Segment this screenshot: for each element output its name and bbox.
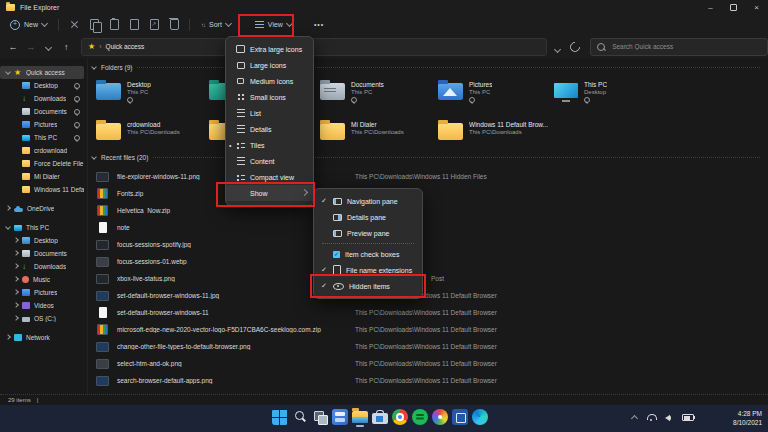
breadcrumb[interactable]: ★ › Quick access bbox=[81, 38, 547, 56]
sidebar-item-pc-documents[interactable]: Documents bbox=[0, 247, 84, 260]
search-input[interactable] bbox=[610, 42, 744, 51]
file-row[interactable]: Helvetica_Now.zip bbox=[96, 202, 760, 219]
new-button[interactable]: + New bbox=[4, 16, 53, 33]
sidebar-item-pc-pictures[interactable]: Pictures bbox=[0, 286, 84, 299]
file-row[interactable]: set-default-browser-windows-11.jpgThis P… bbox=[96, 287, 760, 304]
sidebar-item-downloads[interactable]: Downloads bbox=[0, 92, 84, 105]
chevron-down-icon[interactable] bbox=[5, 224, 11, 230]
submenu-item-navigation-pane[interactable]: ✓Navigation pane bbox=[314, 193, 422, 209]
more-options-button[interactable]: ••• bbox=[308, 16, 330, 33]
menu-item-list[interactable]: List bbox=[226, 105, 313, 121]
folder-tile-this-pc[interactable]: This PCDesktop bbox=[554, 80, 666, 103]
menu-item-medium-icons[interactable]: Medium icons bbox=[226, 73, 313, 89]
menu-item-small-icons[interactable]: Small icons bbox=[226, 89, 313, 105]
close-button[interactable]: × bbox=[745, 0, 768, 14]
folder-tile-pictures[interactable]: PicturesThis PC bbox=[438, 80, 550, 103]
minimize-button[interactable]: – bbox=[699, 0, 722, 14]
chevron-right-icon[interactable] bbox=[13, 276, 19, 282]
sidebar-item-force-delete-file[interactable]: Force Delete File bbox=[0, 157, 84, 170]
folder-tile-windows-11-default-browser[interactable]: Windows 11 Default Brow...This PC\Downlo… bbox=[438, 120, 550, 140]
file-row[interactable]: focus-sessions-spotify.jpg bbox=[96, 236, 760, 253]
menu-item-extra-large-icons[interactable]: Extra large icons bbox=[226, 41, 313, 57]
widgets-icon[interactable] bbox=[332, 409, 348, 425]
paste-button[interactable] bbox=[104, 17, 124, 33]
menu-item-large-icons[interactable]: Large icons bbox=[226, 57, 313, 73]
wifi-icon[interactable] bbox=[646, 414, 656, 421]
back-button[interactable]: ← bbox=[4, 42, 22, 52]
chevron-right-icon[interactable] bbox=[13, 263, 19, 269]
battery-icon[interactable] bbox=[682, 414, 694, 421]
submenu-item-hidden-items[interactable]: ✓Hidden items bbox=[314, 278, 422, 294]
file-row[interactable]: search-browser-default-apps.pngThis PC\D… bbox=[96, 372, 760, 389]
menu-item-show[interactable]: Show bbox=[226, 185, 313, 201]
submenu-item-preview-pane[interactable]: ✓Preview pane bbox=[314, 225, 422, 241]
maximize-button[interactable] bbox=[722, 0, 745, 14]
up-button[interactable]: ↑ bbox=[57, 42, 75, 52]
file-row[interactable]: file-explorer-windows-11.pngThis PC\Down… bbox=[96, 168, 760, 185]
sidebar-item-os-c[interactable]: OS (C:) bbox=[0, 312, 84, 325]
sidebar-item-network[interactable]: Network bbox=[0, 331, 84, 344]
sidebar-item-desktop[interactable]: Desktop bbox=[0, 79, 84, 92]
folder-tile-crdownload[interactable]: crdownloadThis PC\Downloads bbox=[96, 120, 208, 140]
copy-button[interactable] bbox=[84, 17, 104, 33]
menu-item-tiles[interactable]: •Tiles bbox=[226, 137, 313, 153]
chevron-down-icon[interactable] bbox=[5, 69, 11, 75]
refresh-button[interactable] bbox=[568, 39, 582, 53]
file-row[interactable]: microsoft-edge-new-2020-vector-logo-F5D1… bbox=[96, 321, 760, 338]
sidebar-item-quick-access[interactable]: Quick access bbox=[0, 66, 84, 79]
volume-icon[interactable] bbox=[665, 415, 670, 421]
task-view-icon[interactable] bbox=[312, 409, 328, 425]
sidebar-item-pc-music[interactable]: Music bbox=[0, 273, 84, 286]
file-row[interactable]: xbox-live-status.pngPost bbox=[96, 270, 760, 287]
submenu-item-details-pane[interactable]: ✓Details pane bbox=[314, 209, 422, 225]
chevron-right-icon[interactable] bbox=[5, 334, 11, 340]
sidebar-item-pictures[interactable]: Pictures bbox=[0, 118, 84, 131]
address-dropdown-button[interactable] bbox=[555, 38, 560, 56]
sidebar-item-windows-11-default[interactable]: Windows 11 Defaul bbox=[0, 183, 84, 196]
sidebar-item-pc-downloads[interactable]: Downloads bbox=[0, 260, 84, 273]
spotify-icon[interactable] bbox=[412, 409, 428, 425]
folder-tile-documents[interactable]: DocumentsThis PC bbox=[320, 80, 432, 103]
taskbar-search-icon[interactable] bbox=[292, 409, 308, 425]
forward-button[interactable]: → bbox=[22, 42, 40, 52]
edge-icon[interactable] bbox=[472, 409, 488, 425]
sort-button[interactable]: ↑↓ Sort bbox=[195, 16, 237, 33]
chevron-right-icon[interactable] bbox=[13, 302, 19, 308]
taskbar-clock[interactable]: 4:28 PM 8/10/2021 bbox=[733, 410, 762, 428]
recent-files-section-header[interactable]: Recent files (20) bbox=[92, 154, 760, 161]
start-button[interactable] bbox=[272, 409, 288, 425]
menu-item-details[interactable]: Details bbox=[226, 121, 313, 137]
chevron-right-icon[interactable] bbox=[13, 315, 19, 321]
sidebar-item-this-pc-pinned[interactable]: This PC bbox=[0, 131, 84, 144]
sidebar-item-documents[interactable]: Documents bbox=[0, 105, 84, 118]
sidebar-item-pc-desktop[interactable]: Desktop bbox=[0, 234, 84, 247]
sidebar-item-this-pc[interactable]: This PC bbox=[0, 221, 84, 234]
sidebar-item-mi-dialer[interactable]: Mi Dialer bbox=[0, 170, 84, 183]
photos-icon[interactable] bbox=[432, 409, 448, 425]
chrome-icon[interactable] bbox=[392, 409, 408, 425]
sidebar-item-pc-videos[interactable]: Videos bbox=[0, 299, 84, 312]
rename-button[interactable] bbox=[124, 17, 144, 33]
recent-locations-button[interactable] bbox=[40, 42, 58, 52]
chevron-right-icon[interactable] bbox=[13, 237, 19, 243]
chevron-right-icon[interactable] bbox=[5, 205, 11, 211]
file-row[interactable]: Fonts.zip bbox=[96, 185, 760, 202]
file-row[interactable]: focus-sessions-01.webp bbox=[96, 253, 760, 270]
menu-item-compact-view[interactable]: Compact view bbox=[226, 169, 313, 185]
file-explorer-icon[interactable] bbox=[352, 411, 368, 423]
delete-button[interactable] bbox=[164, 17, 184, 33]
submenu-item-file-name-extensions[interactable]: ✓File name extensions bbox=[314, 262, 422, 278]
file-row[interactable]: set-default-browser-windows-11This PC\Do… bbox=[96, 304, 760, 321]
chevron-right-icon[interactable] bbox=[13, 289, 19, 295]
cut-button[interactable] bbox=[64, 17, 84, 33]
file-row[interactable]: note bbox=[96, 219, 760, 236]
folder-tile-desktop[interactable]: DesktopThis PC bbox=[96, 80, 208, 103]
chevron-right-icon[interactable] bbox=[13, 250, 19, 256]
file-row[interactable]: select-htm-and-ok.pngThis PC\Downloads\W… bbox=[96, 355, 760, 372]
share-button[interactable] bbox=[144, 17, 164, 33]
folder-tile-mi-dialer[interactable]: Mi DialerThis PC\Downloads bbox=[320, 120, 432, 140]
view-button[interactable]: View bbox=[249, 16, 298, 33]
microsoft-store-icon[interactable] bbox=[372, 413, 388, 424]
dev-app-icon[interactable] bbox=[452, 409, 468, 425]
sidebar-item-crdownload[interactable]: crdownload bbox=[0, 144, 84, 157]
